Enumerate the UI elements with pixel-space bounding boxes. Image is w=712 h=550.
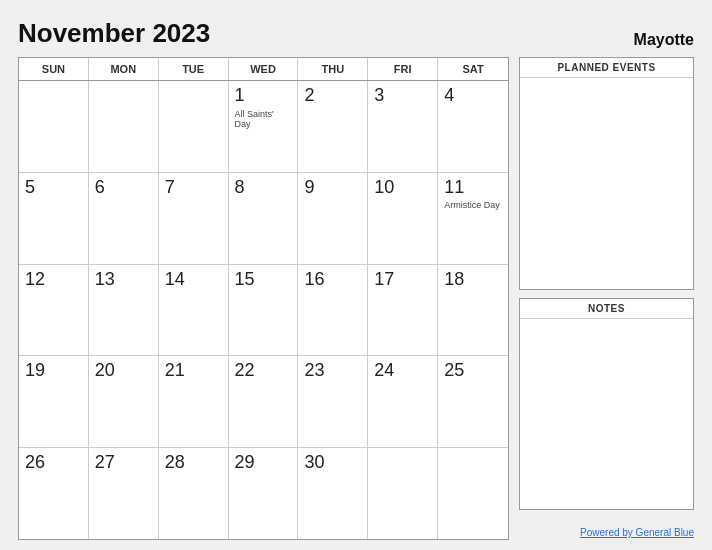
- week-row-4: 19202122232425: [19, 356, 508, 448]
- cell-event-label: Armistice Day: [444, 200, 500, 211]
- cell-1-5: 10: [368, 173, 438, 264]
- day-header-fri: FRI: [368, 58, 438, 80]
- cell-0-1: [89, 81, 159, 172]
- calendar-header: November 2023 Mayotte: [18, 18, 694, 49]
- cell-day-number: 16: [304, 269, 324, 291]
- cell-day-number: 21: [165, 360, 185, 382]
- cell-2-1: 13: [89, 265, 159, 356]
- cell-4-5: [368, 448, 438, 539]
- cell-day-number: 29: [235, 452, 255, 474]
- notes-content: [520, 319, 693, 509]
- cell-day-number: 2: [304, 85, 314, 107]
- cell-day-number: 24: [374, 360, 394, 382]
- sidebar: PLANNED EVENTS NOTES Powered by General …: [519, 57, 694, 540]
- cell-1-3: 8: [229, 173, 299, 264]
- day-headers-row: SUN MON TUE WED THU FRI SAT: [19, 58, 508, 81]
- cell-day-number: 13: [95, 269, 115, 291]
- page: November 2023 Mayotte SUN MON TUE WED TH…: [0, 0, 712, 550]
- week-row-5: 2627282930: [19, 448, 508, 539]
- powered-by-link[interactable]: Powered by General Blue: [580, 527, 694, 538]
- cell-day-number: 1: [235, 85, 245, 107]
- cell-day-number: 25: [444, 360, 464, 382]
- cell-day-number: 3: [374, 85, 384, 107]
- calendar-grid: 1All Saints' Day234567891011Armistice Da…: [19, 81, 508, 539]
- planned-events-label: PLANNED EVENTS: [520, 58, 693, 78]
- cell-1-1: 6: [89, 173, 159, 264]
- day-header-thu: THU: [298, 58, 368, 80]
- cell-2-0: 12: [19, 265, 89, 356]
- planned-events-box: PLANNED EVENTS: [519, 57, 694, 290]
- day-header-wed: WED: [229, 58, 299, 80]
- cell-0-0: [19, 81, 89, 172]
- cell-2-2: 14: [159, 265, 229, 356]
- cell-0-5: 3: [368, 81, 438, 172]
- calendar-title: November 2023: [18, 18, 210, 49]
- day-header-mon: MON: [89, 58, 159, 80]
- calendar-section: SUN MON TUE WED THU FRI SAT 1All Saints'…: [18, 57, 509, 540]
- cell-1-2: 7: [159, 173, 229, 264]
- day-header-sun: SUN: [19, 58, 89, 80]
- cell-event-label: All Saints' Day: [235, 109, 292, 131]
- main-area: SUN MON TUE WED THU FRI SAT 1All Saints'…: [18, 57, 694, 540]
- day-header-sat: SAT: [438, 58, 508, 80]
- cell-4-2: 28: [159, 448, 229, 539]
- cell-3-0: 19: [19, 356, 89, 447]
- cell-day-number: 7: [165, 177, 175, 199]
- cell-4-4: 30: [298, 448, 368, 539]
- cell-day-number: 5: [25, 177, 35, 199]
- cell-day-number: 22: [235, 360, 255, 382]
- day-header-tue: TUE: [159, 58, 229, 80]
- cell-day-number: 17: [374, 269, 394, 291]
- cell-1-6: 11Armistice Day: [438, 173, 508, 264]
- cell-3-2: 21: [159, 356, 229, 447]
- cell-day-number: 23: [304, 360, 324, 382]
- cell-2-6: 18: [438, 265, 508, 356]
- cell-day-number: 30: [304, 452, 324, 474]
- cell-0-6: 4: [438, 81, 508, 172]
- cell-0-2: [159, 81, 229, 172]
- cell-1-0: 5: [19, 173, 89, 264]
- cell-day-number: 28: [165, 452, 185, 474]
- cell-day-number: 26: [25, 452, 45, 474]
- week-row-1: 1All Saints' Day234: [19, 81, 508, 173]
- cell-day-number: 11: [444, 177, 464, 199]
- cell-day-number: 20: [95, 360, 115, 382]
- cell-3-4: 23: [298, 356, 368, 447]
- cell-day-number: 27: [95, 452, 115, 474]
- cell-day-number: 12: [25, 269, 45, 291]
- cell-day-number: 6: [95, 177, 105, 199]
- cell-3-5: 24: [368, 356, 438, 447]
- week-row-3: 12131415161718: [19, 265, 508, 357]
- cell-0-4: 2: [298, 81, 368, 172]
- cell-2-4: 16: [298, 265, 368, 356]
- cell-4-6: [438, 448, 508, 539]
- cell-4-1: 27: [89, 448, 159, 539]
- notes-box: NOTES: [519, 298, 694, 510]
- cell-day-number: 14: [165, 269, 185, 291]
- cell-1-4: 9: [298, 173, 368, 264]
- footer: Powered by General Blue: [519, 522, 694, 540]
- cell-2-3: 15: [229, 265, 299, 356]
- cell-day-number: 10: [374, 177, 394, 199]
- cell-3-6: 25: [438, 356, 508, 447]
- cell-day-number: 8: [235, 177, 245, 199]
- cell-day-number: 18: [444, 269, 464, 291]
- calendar-region: Mayotte: [634, 31, 694, 49]
- week-row-2: 567891011Armistice Day: [19, 173, 508, 265]
- planned-events-content: [520, 78, 693, 289]
- cell-day-number: 4: [444, 85, 454, 107]
- cell-2-5: 17: [368, 265, 438, 356]
- cell-3-3: 22: [229, 356, 299, 447]
- cell-0-3: 1All Saints' Day: [229, 81, 299, 172]
- cell-3-1: 20: [89, 356, 159, 447]
- cell-day-number: 9: [304, 177, 314, 199]
- cell-4-3: 29: [229, 448, 299, 539]
- cell-day-number: 19: [25, 360, 45, 382]
- cell-day-number: 15: [235, 269, 255, 291]
- notes-label: NOTES: [520, 299, 693, 319]
- cell-4-0: 26: [19, 448, 89, 539]
